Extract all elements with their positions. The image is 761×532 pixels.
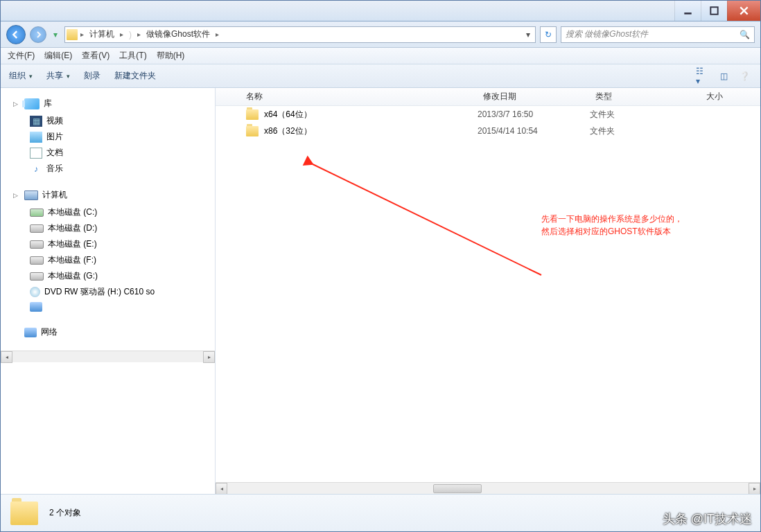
col-name[interactable]: 名称 xyxy=(246,91,483,103)
preview-pane-button[interactable]: ◫ xyxy=(716,69,731,84)
folder-icon xyxy=(246,109,259,120)
close-button[interactable] xyxy=(727,1,760,21)
breadcrumb[interactable]: ) xyxy=(126,28,134,41)
menu-bar: 文件(F) 编辑(E) 查看(V) 工具(T) 帮助(H) xyxy=(1,48,760,64)
sidebar-network[interactable]: ▷网络 xyxy=(13,326,209,338)
sidebar-item-unknown[interactable] xyxy=(13,300,209,314)
folder-icon xyxy=(246,126,259,136)
dvd-icon xyxy=(30,287,40,297)
svg-rect-1 xyxy=(710,7,717,14)
sidebar-item-documents[interactable]: 文档 xyxy=(13,145,209,161)
menu-help[interactable]: 帮助(H) xyxy=(157,50,185,62)
col-date[interactable]: 修改日期 xyxy=(483,91,595,103)
titlebar xyxy=(1,1,760,21)
share-button[interactable]: 共享 xyxy=(46,70,70,82)
history-dropdown[interactable]: ▾ xyxy=(51,28,60,42)
menu-edit[interactable]: 编辑(E) xyxy=(44,50,72,62)
drive-icon xyxy=(30,272,44,281)
column-header: 名称 修改日期 类型 大小 xyxy=(216,88,760,106)
sidebar-computer[interactable]: ▷计算机 xyxy=(13,189,209,201)
status-count: 2 个对象 xyxy=(49,507,81,519)
list-item[interactable]: x86（32位） 2015/4/14 10:54 文件夹 xyxy=(216,123,760,139)
status-bar: 2 个对象 头条 @IT技术迷 xyxy=(1,494,760,531)
nav-bar: ▾ ▸ 计算机 ▸ ) ▸ 做镜像Ghost软件 ▸ ▾ ↻ 搜索 做镜像Gho… xyxy=(1,21,760,48)
content-hscroll[interactable]: ◂▸ xyxy=(216,482,760,494)
view-options-button[interactable]: ☷ ▾ xyxy=(695,69,710,84)
organize-button[interactable]: 组织 xyxy=(9,70,33,82)
sidebar-item-videos[interactable]: ▦视频 xyxy=(13,113,209,129)
picture-icon xyxy=(30,132,42,143)
sidebar-item-drive-f[interactable]: 本地磁盘 (F:) xyxy=(13,252,209,268)
search-input[interactable]: 搜索 做镜像Ghost软件 🔍 xyxy=(561,26,755,43)
sidebar-item-drive-d[interactable]: 本地磁盘 (D:) xyxy=(13,220,209,236)
body-area: ▷库 ▦视频 图片 文档 ♪音乐 ▷计算机 本地磁盘 (C:) 本地磁盘 (D:… xyxy=(1,88,760,494)
sidebar-item-dvd[interactable]: DVD RW 驱动器 (H:) C610 so xyxy=(13,284,209,300)
sidebar-library[interactable]: ▷库 xyxy=(13,98,209,109)
sidebar-hscroll[interactable]: ◂▸ xyxy=(1,351,215,362)
folder-icon xyxy=(10,502,38,525)
menu-file[interactable]: 文件(F) xyxy=(8,50,35,62)
net-icon xyxy=(30,302,42,312)
menu-view[interactable]: 查看(V) xyxy=(82,50,110,62)
menu-tools[interactable]: 工具(T) xyxy=(119,50,146,62)
list-item[interactable]: x64（64位） 2013/3/7 16:50 文件夹 xyxy=(216,106,760,123)
folder-icon xyxy=(67,29,78,40)
address-bar[interactable]: ▸ 计算机 ▸ ) ▸ 做镜像Ghost软件 ▸ ▾ xyxy=(64,26,536,43)
search-placeholder: 搜索 做镜像Ghost软件 xyxy=(566,28,648,40)
drive-icon xyxy=(30,209,44,217)
breadcrumb[interactable]: 做镜像Ghost软件 xyxy=(143,27,213,42)
forward-button[interactable] xyxy=(30,26,46,43)
explorer-window: ▾ ▸ 计算机 ▸ ) ▸ 做镜像Ghost软件 ▸ ▾ ↻ 搜索 做镜像Gho… xyxy=(0,0,761,532)
sidebar-item-drive-g[interactable]: 本地磁盘 (G:) xyxy=(13,268,209,284)
address-dropdown[interactable]: ▾ xyxy=(523,30,534,39)
document-icon xyxy=(30,148,42,159)
toolbar: 组织 共享 刻录 新建文件夹 ☷ ▾ ◫ ❔ xyxy=(1,64,760,88)
music-icon: ♪ xyxy=(30,163,42,175)
sidebar-item-drive-e[interactable]: 本地磁盘 (E:) xyxy=(13,236,209,252)
sidebar-item-drive-c[interactable]: 本地磁盘 (C:) xyxy=(13,204,209,220)
watermark: 头条 @IT技术迷 xyxy=(663,511,752,527)
search-icon: 🔍 xyxy=(740,30,750,39)
refresh-button[interactable]: ↻ xyxy=(540,26,557,43)
sidebar: ▷库 ▦视频 图片 文档 ♪音乐 ▷计算机 本地磁盘 (C:) 本地磁盘 (D:… xyxy=(1,88,216,494)
drive-icon xyxy=(30,256,44,265)
minimize-button[interactable] xyxy=(674,1,701,21)
network-icon xyxy=(24,328,37,337)
help-button[interactable]: ❔ xyxy=(737,69,752,84)
video-icon: ▦ xyxy=(30,116,42,127)
breadcrumb[interactable]: 计算机 xyxy=(87,27,117,42)
burn-button[interactable]: 刻录 xyxy=(84,70,100,82)
drive-icon xyxy=(30,224,44,233)
new-folder-button[interactable]: 新建文件夹 xyxy=(114,70,156,82)
library-icon xyxy=(24,98,40,109)
back-button[interactable] xyxy=(6,25,26,44)
col-type[interactable]: 类型 xyxy=(595,91,706,103)
content-pane: 名称 修改日期 类型 大小 x64（64位） 2013/3/7 16:50 文件… xyxy=(216,88,760,494)
drive-icon xyxy=(30,240,44,249)
col-size[interactable]: 大小 xyxy=(706,91,760,103)
maximize-button[interactable] xyxy=(701,1,727,21)
computer-icon xyxy=(24,190,38,200)
sidebar-item-pictures[interactable]: 图片 xyxy=(13,129,209,145)
sidebar-item-music[interactable]: ♪音乐 xyxy=(13,161,209,177)
